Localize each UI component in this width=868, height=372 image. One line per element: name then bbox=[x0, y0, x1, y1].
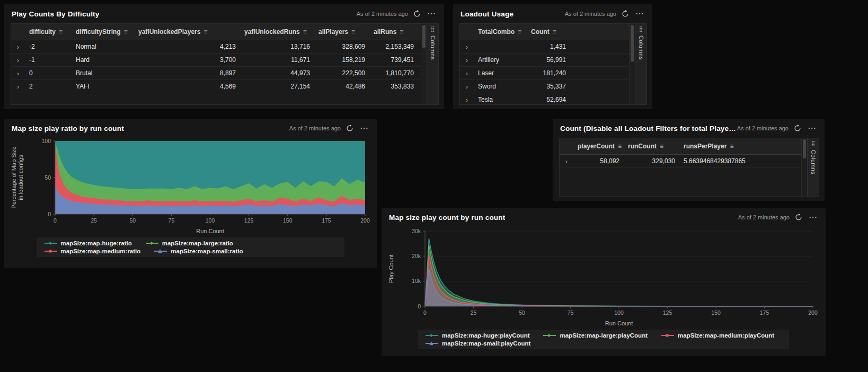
refresh-icon[interactable] bbox=[622, 10, 629, 17]
legend-item-mapSize:map-small:playCount[interactable]: mapSize:map-small:playCount bbox=[426, 340, 530, 347]
row-expander-icon[interactable]: › bbox=[460, 69, 474, 77]
row-expander-icon[interactable]: › bbox=[460, 83, 474, 91]
table-cell: 739,451 bbox=[369, 56, 418, 64]
column-header-allRuns[interactable]: allRuns≡ bbox=[369, 28, 418, 36]
legend-item-mapSize:map-large:playCount[interactable]: mapSize:map-large:playCount bbox=[543, 332, 648, 339]
chart-canvas: 0255075100125150175200010k20k30kRun Coun… bbox=[386, 227, 821, 329]
legend-item-mapSize:map-large:ratio[interactable]: mapSize:map-large:ratio bbox=[146, 240, 233, 246]
row-expander-icon[interactable]: › bbox=[11, 56, 25, 64]
more-options-icon[interactable]: ⋯ bbox=[634, 10, 645, 18]
row-expander-icon[interactable]: › bbox=[11, 83, 25, 91]
column-header-Count[interactable]: Count≡ bbox=[527, 28, 570, 36]
row-expander-icon[interactable]: › bbox=[460, 56, 474, 64]
column-menu-icon[interactable]: ≡ bbox=[124, 28, 128, 36]
more-options-icon[interactable]: ⋯ bbox=[426, 10, 437, 18]
table-cell: 3,700 bbox=[134, 56, 240, 64]
column-menu-icon[interactable]: ≡ bbox=[303, 28, 307, 36]
more-options-icon[interactable]: ⋯ bbox=[359, 124, 369, 132]
column-header-playerCount[interactable]: playerCount≡ bbox=[573, 143, 624, 150]
table-row[interactable]: ›-1Hard3,70011,671158,219739,451 bbox=[11, 54, 421, 67]
scrollbar-thumb[interactable] bbox=[631, 25, 634, 62]
table-cell: 8,897 bbox=[134, 69, 240, 77]
columns-toggle[interactable]: ⣿ Columns bbox=[807, 138, 819, 196]
column-header-yafiUnlockedRuns[interactable]: yafiUnlockedRuns≡ bbox=[240, 28, 314, 36]
legend-marker-icon bbox=[543, 333, 556, 338]
line-series-mapSize:map-medium:playCount bbox=[425, 255, 813, 306]
table-row[interactable]: ›0Brutal8,89744,973222,5001,810,770 bbox=[11, 67, 421, 80]
legend-label: mapSize:map-small:playCount bbox=[442, 340, 530, 347]
column-menu-icon[interactable]: ≡ bbox=[518, 28, 521, 36]
table-row[interactable]: ›-2Normal4,21313,716328,6092,153,349 bbox=[11, 40, 421, 54]
legend-label: mapSize:map-large:playCount bbox=[560, 332, 648, 339]
column-header-label: allPlayers bbox=[318, 28, 348, 36]
table-cell: 4,213 bbox=[134, 43, 240, 50]
x-tick-label: 0 bbox=[54, 217, 57, 224]
column-menu-icon[interactable]: ≡ bbox=[730, 143, 733, 150]
table-scrollbar[interactable] bbox=[421, 24, 427, 104]
table-cell: 58,092 bbox=[573, 157, 624, 165]
column-menu-icon[interactable]: ≡ bbox=[553, 28, 556, 36]
refresh-icon[interactable] bbox=[346, 125, 353, 132]
legend-marker-icon bbox=[426, 333, 438, 338]
column-header-TotalCombo[interactable]: TotalCombo≡ bbox=[474, 28, 527, 36]
table-row[interactable]: ›Artillery56,991 bbox=[460, 54, 629, 67]
column-header-runCount[interactable]: runCount≡ bbox=[624, 143, 679, 150]
table-row[interactable]: ›1,431 bbox=[460, 40, 629, 54]
column-header-difficulty[interactable]: difficulty≡ bbox=[25, 28, 72, 36]
panel-title: Loadout Usage bbox=[460, 10, 513, 18]
legend-item-mapSize:map-huge:playCount[interactable]: mapSize:map-huge:playCount bbox=[426, 332, 529, 339]
column-menu-icon[interactable]: ≡ bbox=[400, 28, 403, 36]
table-row[interactable]: ›Sword35,337 bbox=[460, 80, 629, 93]
refresh-icon[interactable] bbox=[413, 10, 421, 17]
column-header-runsPerPlayer[interactable]: runsPerPlayer≡ bbox=[679, 143, 785, 150]
row-expander-icon[interactable]: › bbox=[11, 69, 25, 77]
legend-item-mapSize:map-small:ratio[interactable]: mapSize:map-small:ratio bbox=[154, 248, 243, 254]
column-header-label: allRuns bbox=[374, 28, 396, 36]
legend-label: mapSize:map-huge:playCount bbox=[442, 332, 529, 339]
column-menu-icon[interactable]: ≡ bbox=[59, 28, 63, 36]
column-header-label: runCount bbox=[628, 143, 657, 150]
table-scrollbar[interactable] bbox=[629, 24, 635, 104]
panel-header: Count (Disable all Loadout Filters for t… bbox=[553, 119, 825, 138]
legend-item-mapSize:map-medium:playCount[interactable]: mapSize:map-medium:playCount bbox=[661, 332, 774, 339]
more-options-icon[interactable]: ⋯ bbox=[808, 213, 818, 222]
table-row[interactable]: ›Laser181,240 bbox=[460, 67, 629, 80]
columns-toggle[interactable]: ⣿ Columns bbox=[635, 24, 646, 104]
table-cell: 1,810,770 bbox=[369, 69, 418, 77]
legend-item-mapSize:map-medium:ratio[interactable]: mapSize:map-medium:ratio bbox=[45, 248, 141, 254]
column-header-yafiUnlockedPlayers[interactable]: yafiUnlockedPlayers≡ bbox=[134, 28, 240, 36]
panel-title: Play Counts By Difficulty bbox=[12, 10, 100, 18]
table-scrollbar[interactable] bbox=[801, 138, 807, 196]
legend-label: mapSize:map-medium:ratio bbox=[61, 248, 141, 254]
legend-label: mapSize:map-huge:ratio bbox=[61, 240, 132, 246]
table-row[interactable]: ›Tesla52,694 bbox=[460, 93, 629, 104]
legend-item-mapSize:map-huge:ratio[interactable]: mapSize:map-huge:ratio bbox=[45, 240, 132, 246]
row-expander-icon[interactable]: › bbox=[560, 157, 573, 165]
panel-header: Play Counts By Difficulty As of 2 minute… bbox=[4, 4, 444, 23]
table-cell: 2,153,349 bbox=[369, 43, 418, 50]
scrollbar-thumb[interactable] bbox=[803, 139, 806, 158]
table-row[interactable]: ›2YAFI4,56927,15442,486353,833 bbox=[11, 80, 421, 93]
column-menu-icon[interactable]: ≡ bbox=[351, 28, 355, 36]
column-header-difficultyString[interactable]: difficultyString≡ bbox=[72, 28, 134, 36]
column-menu-icon[interactable]: ≡ bbox=[660, 143, 663, 150]
scrollbar-thumb[interactable] bbox=[422, 25, 426, 48]
column-menu-icon[interactable]: ≡ bbox=[203, 28, 207, 36]
table-container: TotalCombo≡Count≡›1,431›Artillery56,991›… bbox=[459, 23, 647, 105]
refresh-icon[interactable] bbox=[795, 214, 802, 221]
row-expander-icon[interactable]: › bbox=[460, 43, 474, 51]
table-cell: 56,991 bbox=[527, 56, 570, 64]
table-row[interactable]: ›58,092329,0305.6639468429387865 bbox=[560, 155, 801, 168]
x-axis-label: Run Count bbox=[196, 228, 224, 234]
row-expander-icon[interactable]: › bbox=[11, 43, 25, 51]
refresh-icon[interactable] bbox=[794, 125, 801, 132]
column-header-label: difficultyString bbox=[76, 28, 121, 36]
more-options-icon[interactable]: ⋯ bbox=[807, 124, 817, 132]
column-header-allPlayers[interactable]: allPlayers≡ bbox=[314, 28, 369, 36]
row-expander-icon[interactable]: › bbox=[460, 96, 474, 104]
table-cell: Laser bbox=[474, 69, 527, 77]
columns-toggle[interactable]: ⣿ Columns bbox=[427, 24, 438, 104]
x-tick-label: 25 bbox=[91, 217, 97, 224]
column-header-label: Count bbox=[531, 28, 550, 36]
column-menu-icon[interactable]: ≡ bbox=[618, 143, 622, 150]
